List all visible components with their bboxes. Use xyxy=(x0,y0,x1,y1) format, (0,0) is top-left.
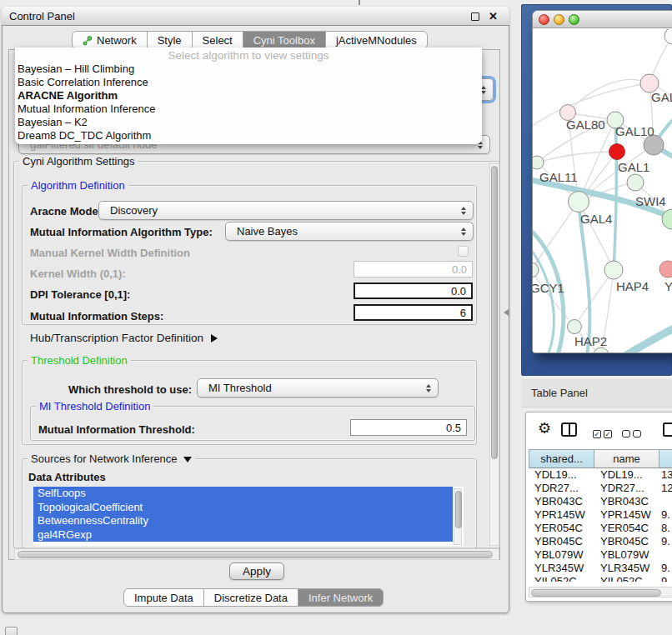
mi-threshold-value: 0.5 xyxy=(446,422,461,434)
which-threshold-select[interactable]: MI Threshold xyxy=(197,378,439,398)
table-row[interactable]: YER054C YER054C 8. xyxy=(529,522,672,535)
table-row[interactable]: YBL079W YBL079W xyxy=(529,548,672,562)
node-label-swi4: SWI4 xyxy=(635,194,666,208)
table-row[interactable]: YBR043C YBR043C xyxy=(529,495,672,508)
tab-style[interactable]: Style xyxy=(147,31,193,49)
attributes-list-scrollbar[interactable] xyxy=(454,488,462,545)
combo-arrows-icon xyxy=(454,228,473,236)
node-gal4[interactable] xyxy=(569,192,589,212)
hub-transcription-factor-expander[interactable]: Hub/Transcription Factor Definition xyxy=(30,332,218,344)
sources-title: Sources for Network Inference xyxy=(31,452,178,465)
table-row[interactable]: YDL19... YDL19... 13 xyxy=(529,468,672,482)
node-gal1[interactable] xyxy=(627,174,644,191)
control-panel-titlebar[interactable]: Control Panel xyxy=(2,7,509,26)
cell-name: YIL052C xyxy=(594,575,659,582)
scrollbar-thumb[interactable] xyxy=(531,589,661,597)
select-all-checkboxes-icon[interactable]: ✓✓ xyxy=(593,425,614,440)
list-item-selfloops[interactable]: SelfLoops xyxy=(33,487,453,501)
kernel-width-value: 0.0 xyxy=(452,263,467,276)
dropdown-item-basic-correlation[interactable]: Basic Correlation Inference xyxy=(15,76,482,89)
dropdown-item-dream8[interactable]: Dream8 DC_TDC Algorithm xyxy=(15,129,482,142)
split-columns-icon[interactable] xyxy=(561,422,577,437)
node-label-gal11: GAL11 xyxy=(539,170,578,184)
mi-steps-field[interactable]: 6 xyxy=(354,304,473,321)
tab-infer-network[interactable]: Infer Network xyxy=(298,588,384,607)
dpi-tolerance-field[interactable]: 0.0 xyxy=(354,282,473,299)
node-red-selected[interactable] xyxy=(609,144,625,160)
which-threshold-value: MI Threshold xyxy=(198,382,419,394)
combo-arrows-icon xyxy=(454,207,473,215)
zoom-traffic-light-icon[interactable] xyxy=(569,14,579,25)
cyni-settings-title: Cyni Algorithm Settings xyxy=(19,155,138,168)
close-traffic-light-icon[interactable] xyxy=(539,14,549,25)
table-row[interactable]: YLR345W YLR345W 9. xyxy=(529,562,672,575)
table-panel-title: Table Panel xyxy=(521,387,588,399)
tab-jactivemnodules[interactable]: jActiveMNodules xyxy=(325,31,428,49)
mi-threshold-definition-title: MI Threshold Definition xyxy=(36,400,153,412)
node-hap4[interactable] xyxy=(604,261,623,279)
node-unlabeled-bottom[interactable] xyxy=(594,348,609,353)
dropdown-item-bayesian-hill-climbing[interactable]: Bayesian – Hill Climbing xyxy=(15,62,482,76)
cell-value: 8. xyxy=(659,522,672,535)
dropdown-item-mutual-information[interactable]: Mutual Information Inference xyxy=(15,102,482,116)
column-header-partial[interactable] xyxy=(659,449,672,468)
deselect-all-checkboxes-icon[interactable] xyxy=(622,426,644,441)
docked-panel-icon[interactable] xyxy=(5,627,18,635)
tab-select[interactable]: Select xyxy=(192,31,243,49)
manual-kernel-width-label: Manual Kernel Width Definition xyxy=(30,247,190,259)
node-label-y-partial: Y xyxy=(664,279,672,293)
tab-discretize-data[interactable]: Discretize Data xyxy=(203,588,298,607)
table-horizontal-scrollbar[interactable] xyxy=(529,587,672,598)
cell-shared: YDR27... xyxy=(529,482,594,495)
mi-threshold-field[interactable]: 0.5 xyxy=(350,419,467,436)
table-row[interactable]: YBR045C YBR045C 9. xyxy=(529,535,672,548)
list-item-gal4rgexp[interactable]: gal4RGexp xyxy=(33,528,453,542)
node-gal11[interactable] xyxy=(533,156,544,169)
table-row[interactable]: YPR145W YPR145W 9. xyxy=(529,508,672,522)
node-label-gal10: GAL10 xyxy=(615,124,654,138)
tab-network[interactable]: Network xyxy=(72,31,148,49)
data-attributes-label: Data Attributes xyxy=(28,471,106,483)
gear-icon[interactable]: ⚙ xyxy=(538,419,551,438)
dropdown-item-bayesian-k2[interactable]: Bayesian – K2 xyxy=(15,116,482,129)
manual-kernel-width-checkbox[interactable] xyxy=(458,246,469,257)
scrollbar-thumb[interactable] xyxy=(18,551,493,558)
cell-value: 12 xyxy=(659,482,672,495)
table-row[interactable]: YDR27... YDR27... 12 xyxy=(529,482,672,495)
list-item-betweennesscentrality[interactable]: BetweennessCentrality xyxy=(33,514,453,528)
expander-arrow-icon xyxy=(211,334,218,342)
network-window[interactable]: GAL80 GAL10 GAL1 GAL11 SWI4 GAL4 GCY1 HA… xyxy=(532,10,672,353)
dpi-tolerance-value: 0.0 xyxy=(451,285,466,298)
kernel-width-field[interactable]: 0.0 xyxy=(354,261,473,278)
cell-name: YER054C xyxy=(594,522,659,535)
scrollbar-thumb[interactable] xyxy=(455,491,462,528)
tab-cyni-toolbox[interactable]: Cyni Toolbox xyxy=(243,31,326,49)
float-window-icon[interactable] xyxy=(471,12,479,21)
document-icon[interactable] xyxy=(663,422,672,437)
sources-title-wrap[interactable]: Sources for Network Inference xyxy=(28,452,195,465)
node-gcy1[interactable] xyxy=(533,262,539,278)
network-window-titlebar[interactable] xyxy=(533,11,672,28)
node-label-gcy1: GCY1 xyxy=(533,281,564,295)
list-item-topologicalcoefficient[interactable]: TopologicalCoefficient xyxy=(33,501,453,515)
table-row[interactable]: YIL052C YIL052C 9. xyxy=(529,575,672,582)
mi-algorithm-type-select[interactable]: Naive Bayes xyxy=(225,222,474,241)
network-canvas[interactable]: GAL80 GAL10 GAL1 GAL11 SWI4 GAL4 GCY1 HA… xyxy=(533,29,672,353)
tab-impute-data[interactable]: Impute Data xyxy=(123,588,204,607)
minimize-traffic-light-icon[interactable] xyxy=(554,14,564,25)
column-header-shared[interactable]: shared... xyxy=(529,449,594,468)
scrollbar-thumb[interactable] xyxy=(491,166,498,459)
node-label-gal4: GAL4 xyxy=(580,212,612,226)
node-unlabeled-top[interactable] xyxy=(664,29,672,44)
cell-name: YDR27... xyxy=(594,482,659,495)
splitter-collapse-arrow[interactable] xyxy=(504,309,509,316)
column-header-name[interactable]: name xyxy=(594,449,659,468)
settings-vertical-scrollbar[interactable] xyxy=(489,163,499,546)
dropdown-item-aracne[interactable]: ARACNE Algorithm xyxy=(15,89,482,102)
apply-button[interactable]: Apply xyxy=(229,562,284,580)
node-salmon[interactable] xyxy=(659,261,672,278)
aracne-mode-select[interactable]: Discovery xyxy=(98,201,474,220)
settings-horizontal-scrollbar[interactable] xyxy=(14,548,499,560)
cell-value xyxy=(659,548,672,562)
node-hap2[interactable] xyxy=(568,320,582,334)
